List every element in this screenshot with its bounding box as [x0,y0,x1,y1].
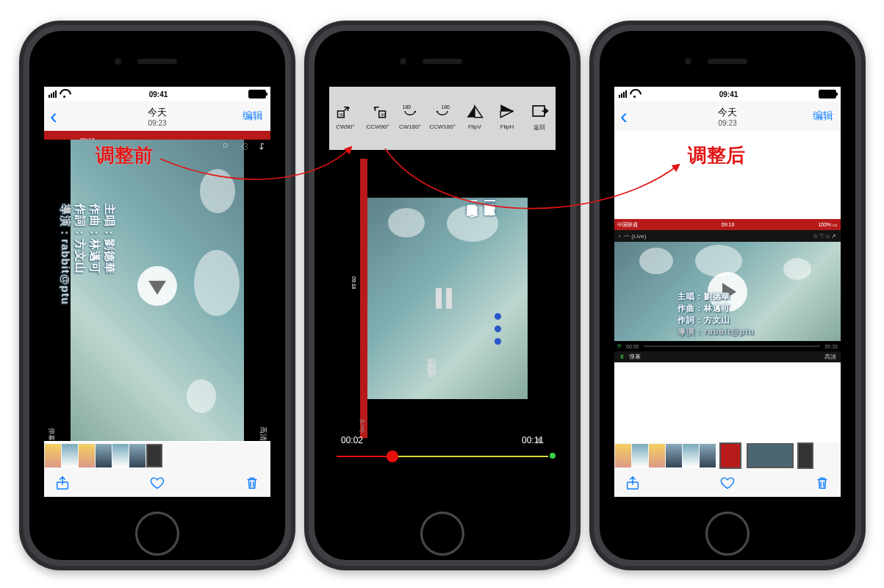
annotation-after: 调整后 [688,143,745,168]
thumb[interactable] [666,444,682,467]
hq-label: 高清 [258,426,268,441]
annotation-before: 调整前 [96,143,153,168]
thumb[interactable] [45,444,61,467]
favorite-icon[interactable] [149,475,165,491]
flip-horizontal-button[interactable]: FlipH [492,101,522,130]
play-icon[interactable] [137,266,177,306]
edit-button[interactable]: 编辑 [242,110,263,123]
nav-bar: ‹ 今天 09:23 编辑 [614,101,841,132]
phone-after: 09:41 ‹ 今天 09:23 编辑 中国联通 09:18 [589,21,866,570]
share-icon[interactable] [54,475,71,491]
status-bar: 09:41 [614,87,841,101]
artist-name: 劉 德 華 [425,350,438,362]
thumb-selected[interactable] [747,443,794,468]
thumb[interactable] [683,444,699,467]
scrubber-handle[interactable] [387,451,398,462]
pause-icon[interactable] [436,288,452,309]
thumbnail-strip[interactable] [44,442,270,469]
home-button[interactable] [705,512,750,556]
rotate-ccw90-button[interactable]: 90 CCW90° [362,101,393,130]
nav-subtitle: 09:23 [44,119,270,127]
svg-text:180: 180 [441,104,450,110]
mv-credits: 主唱：劉德華 作曲：林邁可 作詞：方文山 導演：rabbit@ptu [57,204,117,305]
scrubber[interactable]: 00:02 00:11 [337,435,548,465]
scrubber-progress [337,456,392,457]
nav-title: 今天 [614,106,841,119]
carrier-label: 中国联通 [617,221,638,229]
svg-text:180: 180 [403,104,412,110]
trash-icon[interactable] [244,475,260,491]
thumb-selected[interactable] [146,444,162,467]
bottom-toolbar [44,469,270,497]
svg-text:90: 90 [339,112,344,117]
mv-credits: 主唱：劉德華 作曲：林邁可 作詞：方文山 導演：rabbit@ptu [678,290,799,338]
return-button[interactable]: 返回 [524,101,555,132]
time-current: 00:02 [341,435,363,445]
nav-subtitle: 09:23 [614,119,841,127]
thumb[interactable] [649,444,665,467]
editor-main: 一條街一對對一束玫瑰 一次我難忘的約會 劉 德 華 一 (Live) 09:18… [329,150,556,497]
status-time: 09:41 [149,90,168,98]
thumb[interactable] [79,444,95,467]
thumb[interactable] [700,444,716,467]
editor-preview[interactable]: 一條街一對對一束玫瑰 一次我難忘的約會 劉 德 華 一 (Live) 09:18… [360,159,528,438]
thumb[interactable] [62,444,78,467]
video-overlay-icons: ↪♡⌂ [221,143,267,151]
video-preview[interactable]: 中国联通 09:18 100% ▭ ‹ 一 (Live) ☆ ♡ ⌂ ↗ [614,131,841,441]
status-bar: 09:41 [44,87,270,101]
phone-before: 09:41 ‹ 今天 09:23 编辑 09:18 [19,21,295,570]
bottom-toolbar [614,469,841,497]
danmu-label: 弹幕 [46,428,56,441]
thumb[interactable] [615,444,631,467]
trash-icon[interactable] [814,475,830,491]
home-button[interactable] [420,512,464,556]
rotate-cw90-button[interactable]: 90 CW90° [330,101,361,130]
phone-editor: 90 CW90° 90 CCW90° 180 CW180° 180 CCW180… [304,21,581,570]
favorite-icon[interactable] [719,475,736,491]
thumb[interactable] [719,442,741,469]
nav-title: 今天 [44,106,270,119]
thumb[interactable] [112,444,129,467]
rotate-ccw180-button[interactable]: 180 CCW180° [427,101,458,130]
inner-time: 09:18 [722,222,735,227]
thumb[interactable] [797,442,813,469]
thumb[interactable] [96,444,112,467]
share-icon[interactable] [625,475,641,491]
rotate-cw180-button[interactable]: 180 CW180° [395,101,425,130]
marker-dot [550,453,556,459]
video-preview[interactable]: 09:18 ↪♡⌂ 高清 弹幕 主唱：劉德 [44,131,270,441]
flip-vertical-button[interactable]: FlipV [459,101,490,130]
nav-bar: ‹ 今天 09:23 编辑 [44,101,270,132]
edit-button[interactable]: 编辑 [813,110,833,123]
time-end: 00:11 [522,435,544,445]
status-time: 09:41 [719,90,739,98]
thumb[interactable] [129,444,145,467]
svg-text:90: 90 [381,112,385,117]
thumbnail-strip[interactable] [614,442,841,469]
thumb[interactable] [632,444,648,467]
beat-dots [495,313,501,345]
home-button[interactable] [135,512,179,556]
